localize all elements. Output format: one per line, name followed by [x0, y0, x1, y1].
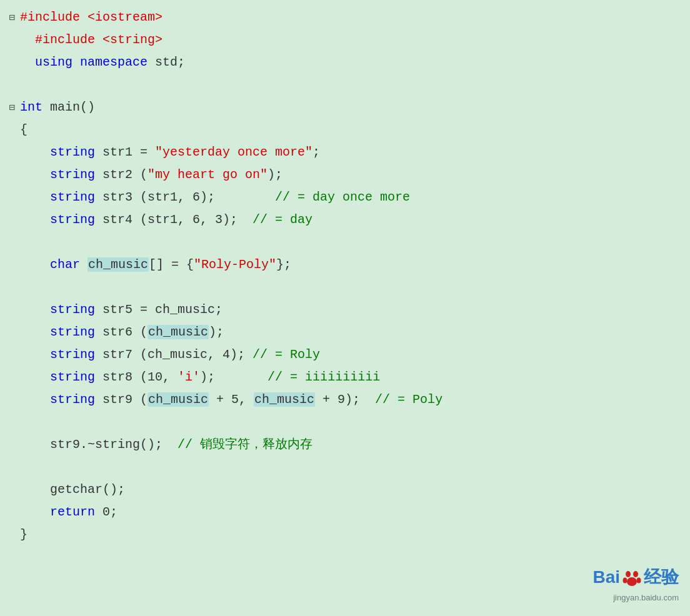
code-line: char ch_music[] = {"Roly-Poly"};: [0, 254, 690, 276]
svg-point-2: [623, 577, 628, 583]
code-line: [0, 276, 690, 299]
line-content: string str3 (str1, 6); // = day once mor…: [18, 187, 690, 207]
line-content: #include <string>: [18, 30, 690, 50]
code-editor: ⊟#include <iostream> #include <string> u…: [0, 0, 690, 616]
line-content: int main(): [18, 97, 690, 117]
code-line: string str7 (ch_music, 4); // = Roly: [0, 344, 690, 366]
line-content: }: [18, 525, 690, 545]
code-lines: ⊟#include <iostream> #include <string> u…: [0, 6, 690, 546]
code-line: {: [0, 119, 690, 141]
line-content: str9.~string(); // 销毁字符，释放内存: [18, 435, 690, 455]
line-content: getchar();: [18, 480, 690, 500]
paw-icon: [622, 568, 642, 588]
code-line: #include <string>: [0, 29, 690, 51]
code-line: [0, 411, 690, 434]
code-line: getchar();: [0, 479, 690, 501]
line-content: string str4 (str1, 6, 3); // = day: [18, 210, 690, 230]
line-gutter: ⊟: [0, 101, 18, 117]
code-line: string str6 (ch_music);: [0, 321, 690, 344]
code-line: string str2 ("my heart go on");: [0, 164, 690, 186]
code-line: return 0;: [0, 501, 690, 524]
code-line: string str5 = ch_music;: [0, 299, 690, 321]
code-line: ⊟#include <iostream>: [0, 6, 690, 29]
code-line: string str3 (str1, 6); // = day once mor…: [0, 186, 690, 209]
line-content: using namespace std;: [18, 52, 690, 72]
svg-point-4: [627, 577, 637, 586]
line-content: string str6 (ch_music);: [18, 322, 690, 342]
code-line: [0, 231, 690, 254]
code-line: [0, 74, 690, 96]
svg-point-1: [633, 571, 638, 577]
code-line: ⊟int main(): [0, 96, 690, 119]
code-line: string str1 = "yesterday once more";: [0, 141, 690, 164]
line-content: [18, 232, 690, 252]
code-line: string str4 (str1, 6, 3); // = day: [0, 209, 690, 231]
line-content: [18, 277, 690, 297]
svg-point-3: [637, 577, 641, 583]
line-content: string str7 (ch_music, 4); // = Roly: [18, 345, 690, 365]
line-content: {: [18, 120, 690, 140]
line-content: string str1 = "yesterday once more";: [18, 142, 690, 162]
line-content: [18, 412, 690, 432]
watermark-logo: Bai 经验: [592, 564, 679, 592]
line-content: [18, 457, 690, 477]
line-gutter: ⊟: [0, 11, 18, 27]
line-content: #include <iostream>: [18, 7, 690, 27]
code-line: using namespace std;: [0, 51, 690, 74]
watermark: Bai 经验 jingyan.baidu.com: [592, 564, 679, 605]
line-content: return 0;: [18, 502, 690, 522]
line-content: char ch_music[] = {"Roly-Poly"};: [18, 255, 690, 275]
watermark-sub: jingyan.baidu.com: [613, 592, 679, 605]
code-line: string str8 (10, 'i'); // = iiiiiiiiii: [0, 366, 690, 389]
line-content: [18, 75, 690, 95]
code-line: string str9 (ch_music + 5, ch_music + 9)…: [0, 389, 690, 411]
line-content: string str2 ("my heart go on");: [18, 165, 690, 185]
line-content: string str8 (10, 'i'); // = iiiiiiiiii: [18, 367, 690, 387]
code-line: str9.~string(); // 销毁字符，释放内存: [0, 434, 690, 456]
code-line: [0, 456, 690, 479]
code-line: }: [0, 524, 690, 546]
svg-point-0: [626, 571, 631, 577]
line-content: string str9 (ch_music + 5, ch_music + 9)…: [18, 390, 690, 410]
line-content: string str5 = ch_music;: [18, 300, 690, 320]
